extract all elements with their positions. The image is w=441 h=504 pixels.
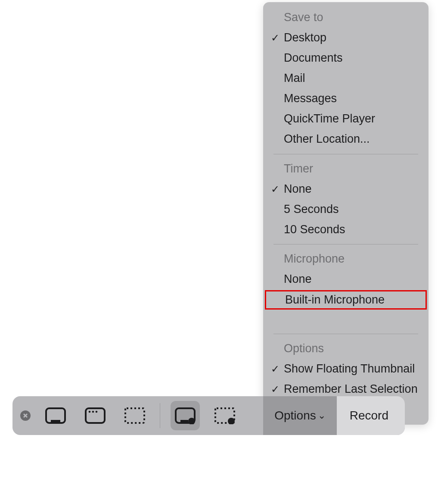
checkmark-icon: ✓ xyxy=(271,182,280,196)
capture-window-button[interactable] xyxy=(81,401,110,430)
section-header-timer: Timer xyxy=(263,159,429,179)
svg-point-5 xyxy=(89,411,91,413)
checkmark-icon: ✓ xyxy=(271,382,280,396)
menu-item-saveto-mail[interactable]: Mail xyxy=(263,68,429,88)
record-selection-icon xyxy=(214,407,236,424)
menu-item-saveto-other[interactable]: Other Location... xyxy=(263,129,429,149)
record-screen-icon xyxy=(174,407,196,424)
menu-item-saveto-documents[interactable]: Documents xyxy=(263,48,429,68)
menu-separator xyxy=(273,154,418,154)
svg-point-6 xyxy=(92,411,94,413)
menu-item-mic-builtin[interactable]: Built-in Microphone xyxy=(265,290,427,310)
options-label: Options xyxy=(274,409,316,423)
checkmark-icon: ✓ xyxy=(271,362,280,376)
blank-row xyxy=(263,310,429,329)
menu-item-timer-5s[interactable]: 5 Seconds xyxy=(263,199,429,219)
menu-separator xyxy=(273,334,418,334)
checkmark-icon: ✓ xyxy=(271,31,280,44)
svg-rect-10 xyxy=(180,420,188,422)
window-icon xyxy=(84,407,106,424)
screenshot-toolbar: Options ⌄ Record xyxy=(12,396,405,435)
menu-item-saveto-quicktime[interactable]: QuickTime Player xyxy=(263,109,429,129)
close-button[interactable] xyxy=(20,410,31,421)
chevron-down-icon: ⌄ xyxy=(318,410,326,421)
monitor-icon xyxy=(45,407,66,424)
svg-rect-8 xyxy=(125,408,144,423)
svg-rect-4 xyxy=(86,408,105,423)
section-header-options: Options xyxy=(263,338,429,359)
section-header-microphone: Microphone xyxy=(263,249,429,269)
capture-entire-screen-button[interactable] xyxy=(41,401,70,430)
toolbar-divider xyxy=(160,403,160,428)
menu-item-opt-thumbnail[interactable]: ✓Show Floating Thumbnail xyxy=(263,359,429,379)
svg-point-7 xyxy=(96,411,98,413)
options-button[interactable]: Options ⌄ xyxy=(263,396,337,435)
record-selection-button[interactable] xyxy=(210,401,239,430)
record-label: Record xyxy=(350,409,388,423)
menu-item-saveto-desktop[interactable]: ✓Desktop xyxy=(263,28,429,48)
close-icon xyxy=(23,413,28,418)
menu-item-saveto-messages[interactable]: Messages xyxy=(263,88,429,109)
menu-item-timer-10s[interactable]: 10 Seconds xyxy=(263,219,429,240)
record-button[interactable]: Record xyxy=(337,396,405,435)
selection-rect-icon xyxy=(124,407,146,424)
svg-rect-3 xyxy=(51,420,60,422)
menu-item-timer-none[interactable]: ✓None xyxy=(263,179,429,199)
menu-separator xyxy=(273,244,418,244)
section-header-saveto: Save to xyxy=(263,7,429,28)
record-entire-screen-button[interactable] xyxy=(171,401,200,430)
capture-selection-button[interactable] xyxy=(120,401,149,430)
menu-item-mic-none[interactable]: None xyxy=(263,269,429,289)
options-popup-menu: Save to ✓Desktop Documents Mail Messages… xyxy=(263,2,429,425)
